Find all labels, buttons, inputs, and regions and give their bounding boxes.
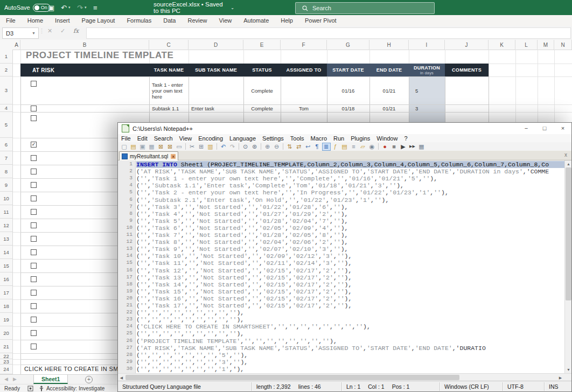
close-file-icon[interactable]: ⊠ — [157, 143, 165, 151]
row-header-3[interactable]: 3 — [0, 76, 12, 104]
row-header-4[interactable]: 4 — [0, 104, 12, 112]
row-header-9[interactable]: 9 — [0, 178, 12, 192]
code-line-22[interactable]: ('','','','','','','','',''), — [136, 309, 564, 316]
cell-C4[interactable]: Subtask 1.1 — [149, 104, 189, 112]
checkbox-row-13[interactable] — [31, 236, 37, 242]
save-icon[interactable]: ▣ — [48, 4, 54, 12]
close-all-icon[interactable]: ⊠ — [166, 143, 175, 151]
code-line-30[interactable]: ('','','','','','','','1','), — [136, 366, 564, 373]
enter-formula-icon[interactable]: ✓ — [60, 27, 65, 34]
code-line-20[interactable]: ('','Task 16','','Not Started','','02/15… — [136, 295, 564, 302]
np-menu-encoding[interactable]: Encoding — [195, 135, 226, 142]
column-header-a[interactable]: A — [13, 40, 20, 50]
sheet-tab-sheet1[interactable]: Sheet1 — [33, 375, 68, 384]
cell-G4[interactable]: 01/18 — [327, 104, 369, 112]
doc-map-icon[interactable]: ▤ — [340, 143, 349, 151]
play-macro-icon[interactable]: ▶ — [399, 143, 408, 151]
code-line-9[interactable]: ('','Task 5','','Not Started','','01/28'… — [136, 218, 564, 225]
row-header-22[interactable]: 22 — [0, 353, 12, 359]
row-header-6[interactable]: 6 — [0, 138, 12, 151]
np-menu-language[interactable]: Language — [226, 135, 259, 142]
code-line-5[interactable]: ('','Task 2 - enter your own text here',… — [136, 189, 564, 196]
code-editor[interactable]: 1234567891011121314151617181920212223242… — [118, 160, 571, 373]
ribbon-tab-automate[interactable]: Automate — [238, 15, 275, 26]
row-header-23[interactable]: 23 — [0, 359, 12, 365]
row-header-15[interactable]: 15 — [0, 259, 12, 272]
code-line-26[interactable]: ('PROJECT TIMELINE TEMPLATE','','','',''… — [136, 338, 564, 345]
horizontal-scroll-thumb[interactable] — [125, 375, 459, 380]
ribbon-tab-file[interactable]: File — [0, 15, 22, 26]
ribbon-tab-power-pivot[interactable]: Power Pivot — [299, 15, 343, 26]
code-line-15[interactable]: ('','Task 11','','Not Started','','02/11… — [136, 260, 564, 267]
checkbox-row-14[interactable] — [31, 249, 37, 255]
redo-icon[interactable]: ↷ — [228, 143, 237, 151]
np-menu-file[interactable]: File — [118, 135, 134, 142]
monitoring-icon[interactable]: ◉ — [368, 143, 376, 151]
sync-horizontal-icon[interactable]: ⇄ — [295, 143, 303, 151]
column-header-n[interactable]: N — [554, 40, 572, 50]
code-line-3[interactable]: ('','Task 1 - enter your own text here',… — [136, 175, 564, 182]
code-line-6[interactable]: ('','Subtask 2.1','Enter task','On Hold'… — [136, 197, 564, 204]
row-header-18[interactable]: 18 — [0, 299, 12, 313]
checkbox-row-21[interactable] — [31, 344, 37, 349]
minimize-icon[interactable]: − — [518, 123, 535, 134]
name-box[interactable]: D3 ▼ — [2, 27, 39, 39]
checkbox-row-17[interactable] — [31, 290, 37, 296]
code-line-17[interactable]: ('','Task 13','','Not Started','','02/15… — [136, 274, 564, 281]
code-line-23[interactable]: ('','','','','','','','',''), — [136, 316, 564, 323]
row-header-8[interactable]: 8 — [0, 165, 12, 178]
row-header-10[interactable]: 10 — [0, 192, 12, 205]
cell-D4[interactable]: Enter task — [189, 104, 243, 112]
column-header-c[interactable]: C — [149, 40, 189, 50]
column-header-e[interactable]: E — [243, 40, 281, 50]
record-macro-icon[interactable]: ● — [381, 143, 389, 151]
redo-icon[interactable]: ↷ — [77, 4, 83, 12]
np-menu-settings[interactable]: Settings — [259, 135, 287, 142]
checkbox-row-18[interactable] — [31, 303, 37, 309]
save-macro-icon[interactable]: ▦ — [417, 143, 426, 151]
macro-record-icon[interactable] — [27, 386, 33, 391]
ribbon-tab-page-layout[interactable]: Page Layout — [76, 15, 121, 26]
code-line-2[interactable]: ('AT RISK','TASK NAME','SUB TASK NAME','… — [136, 168, 564, 175]
checkbox-row-5[interactable] — [31, 115, 37, 121]
code-line-27[interactable]: ('AT RISK','TASK NAME','SUB TASK NAME','… — [136, 345, 564, 352]
code-line-24[interactable]: ('CLICK HERE TO CREATE IN SMARTSHEET',''… — [136, 323, 564, 330]
code-line-4[interactable]: ('','Subtask 1.1','Enter task','Complete… — [136, 182, 564, 189]
row-header-11[interactable]: 11 — [0, 205, 12, 219]
title-dropdown-icon[interactable]: ⌄ — [231, 5, 234, 10]
row-header-2[interactable]: 2 — [0, 64, 12, 76]
code-line-25[interactable]: ('','','','','','','','',''), — [136, 330, 564, 337]
row-header-17[interactable]: 17 — [0, 286, 12, 299]
np-menu-window[interactable]: Window — [373, 135, 401, 142]
checkbox-row-4[interactable] — [31, 106, 37, 111]
doc-list-icon[interactable]: ≡ — [350, 143, 358, 151]
ribbon-tab-view[interactable]: View — [213, 15, 238, 26]
code-line-14[interactable]: ('','Task 10','','Not Started','','02/09… — [136, 253, 564, 260]
row-header-12[interactable]: 12 — [0, 219, 12, 232]
np-menu-search[interactable]: Search — [151, 135, 176, 142]
column-header-f[interactable]: F — [281, 40, 327, 50]
replace-icon[interactable]: ⊛ — [250, 143, 259, 151]
close-window-icon[interactable]: × — [554, 123, 571, 134]
new-file-icon[interactable]: ▢ — [120, 143, 129, 151]
run-macro-multiple-icon[interactable]: ▶▶ — [408, 143, 417, 151]
checkbox-row-8[interactable] — [31, 169, 37, 174]
cell-I3[interactable]: 5 — [409, 76, 445, 104]
undo-icon[interactable]: ↶ — [219, 143, 228, 151]
maximize-icon[interactable]: □ — [536, 123, 553, 134]
column-header-d[interactable]: D — [189, 40, 243, 50]
word-wrap-icon[interactable]: ↩ — [304, 143, 312, 151]
np-menu-plugins[interactable]: Plugins — [347, 135, 373, 142]
row-header-1[interactable]: 1 — [0, 50, 12, 64]
cell-G3[interactable]: 01/16 — [327, 76, 369, 104]
np-menu-tools[interactable]: Tools — [287, 135, 308, 142]
np-menu-macro[interactable]: Macro — [307, 135, 330, 142]
scroll-down-icon[interactable]: ▼ — [565, 366, 571, 373]
column-header-l[interactable]: L — [515, 40, 538, 50]
checkbox-row-7[interactable] — [31, 155, 37, 161]
column-header-b[interactable]: B — [20, 40, 149, 50]
open-file-icon[interactable]: ▤ — [129, 143, 138, 151]
code-line-7[interactable]: ('','Task 3','','Not Started','','01/22'… — [136, 204, 564, 211]
code-line-10[interactable]: ('','Task 6','','Not Started','','02/05'… — [136, 225, 564, 232]
tab-close-icon[interactable]: x — [171, 154, 176, 159]
